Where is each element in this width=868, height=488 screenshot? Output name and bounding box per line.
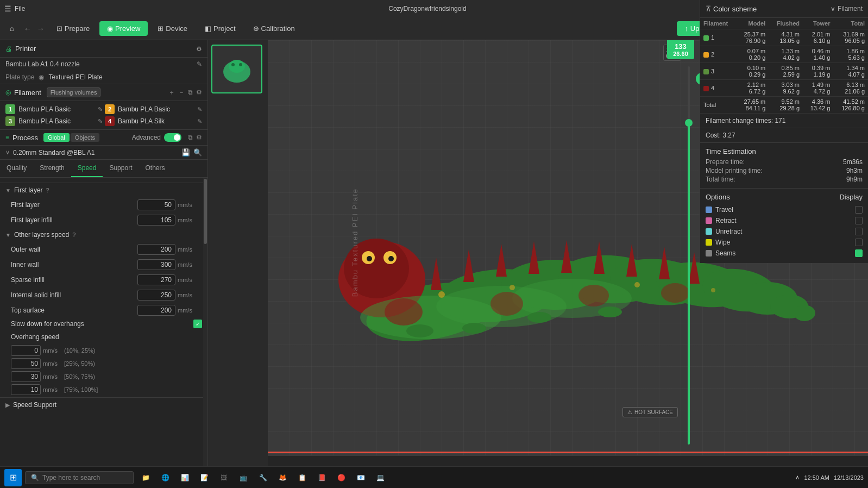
first-layer-input[interactable] — [137, 199, 175, 210]
tab-prepare[interactable]: ⊡ Prepare — [49, 21, 97, 36]
profile-search-icon[interactable]: 🔍 — [193, 148, 202, 157]
tab-calibration[interactable]: ⊕ Calibration — [246, 21, 303, 36]
top-surface-unit: mm/s — [178, 307, 202, 314]
cs-flushed-3: 0.85 m 2.59 g — [769, 63, 803, 80]
nav-history: ← → — [22, 23, 47, 34]
option-retract: Retract — [706, 215, 863, 226]
overhang-speed-row-2: mm/s [50%, 75%) — [11, 370, 202, 383]
process-copy-icon[interactable]: ⧉ — [188, 134, 193, 141]
overhang-speeds: mm/s (10%, 25%) mm/s [25%, 50%) mm/s [50… — [0, 343, 207, 397]
plate-value: Textured PEI Plate — [48, 73, 102, 81]
vert-slider-thumb[interactable] — [685, 119, 693, 127]
filament-change-label: Filament change times: — [706, 117, 773, 124]
sparse-infill-input[interactable] — [137, 274, 175, 285]
objects-toggle[interactable]: Objects — [71, 133, 99, 142]
overhang-input-0[interactable] — [11, 345, 41, 356]
taskbar-app-4[interactable]: 📝 — [196, 469, 213, 486]
taskbar-app-9[interactable]: 📋 — [293, 469, 311, 486]
collapse-icon[interactable]: ⊼ — [706, 4, 711, 13]
add-filament-icon[interactable]: ＋ — [168, 88, 175, 97]
outer-wall-label: Outer wall — [11, 246, 137, 253]
outer-wall-input[interactable] — [137, 244, 175, 255]
overhang-input-1[interactable] — [11, 358, 41, 369]
taskbar-app-3[interactable]: 📊 — [176, 469, 193, 486]
tab-strength[interactable]: Strength — [33, 160, 71, 177]
tab-preview[interactable]: ◉ Preview — [99, 21, 148, 36]
taskbar-app-2[interactable]: 🌐 — [156, 469, 174, 486]
taskbar-app-11[interactable]: 🔴 — [332, 469, 350, 486]
filament-name-4: Bambu PLA Silk — [118, 117, 194, 125]
tab-project[interactable]: ◧ Project — [197, 21, 243, 36]
taskbar-app-13[interactable]: 💻 — [372, 469, 389, 486]
support-section-header[interactable]: ▶ Speed Support — [0, 398, 207, 412]
filament-settings-icon[interactable]: ⚙ — [196, 89, 202, 96]
filament-edit-4[interactable]: ✎ — [197, 118, 202, 125]
model-time-row: Model printing time: 9h3m — [706, 166, 863, 175]
tab-speed[interactable]: Speed — [71, 160, 103, 177]
home-button[interactable]: ⌂ — [4, 21, 20, 36]
app-menu-icon[interactable]: ☰ — [4, 4, 11, 13]
filament-edit-2[interactable]: ✎ — [197, 106, 202, 113]
slow-down-checkbox[interactable]: ✓ — [193, 320, 202, 328]
travel-label: Travel — [715, 206, 855, 214]
seams-checkbox[interactable] — [855, 249, 863, 257]
advanced-toggle[interactable] — [164, 133, 181, 142]
tab-support[interactable]: Support — [103, 160, 139, 177]
vert-slider-track[interactable] — [688, 66, 690, 445]
cs-color-1 — [703, 35, 709, 41]
back-button[interactable]: ← — [22, 23, 34, 34]
filament-num-2: 2 — [105, 104, 115, 114]
taskbar-app-1[interactable]: 📁 — [137, 469, 154, 486]
other-layers-help-icon[interactable]: ? — [72, 232, 76, 238]
profile-save-icon[interactable]: 💾 — [181, 148, 190, 157]
taskbar-app-5[interactable]: 🖼 — [215, 469, 232, 486]
search-bar[interactable]: 🔍 Type here to search — [25, 471, 134, 484]
filament-edit-1[interactable]: ✎ — [98, 106, 103, 113]
retract-checkbox[interactable] — [855, 217, 863, 224]
global-toggle[interactable]: Global — [43, 133, 70, 142]
printer-edit-icon[interactable]: ✎ — [197, 60, 202, 68]
taskbar-app-6[interactable]: 📺 — [235, 469, 252, 486]
thumbnail-1[interactable] — [211, 45, 262, 93]
process-settings-icon[interactable]: ⚙ — [196, 134, 202, 141]
top-surface-input[interactable] — [137, 305, 175, 316]
taskbar-app-12[interactable]: 📧 — [352, 469, 369, 486]
tab-others[interactable]: Others — [139, 160, 171, 177]
overhang-input-2[interactable] — [11, 371, 41, 382]
first-layer-section-header[interactable]: ▼ First layer ? — [0, 183, 207, 197]
prepare-value: 5m36s — [843, 158, 863, 166]
filament-copy-icon[interactable]: ⧉ — [188, 89, 193, 96]
tab-device[interactable]: ⊞ Device — [150, 21, 195, 36]
vert-slider-fill — [688, 123, 690, 445]
unretract-checkbox[interactable] — [855, 228, 863, 235]
support-section: ▶ Speed Support — [0, 397, 207, 412]
preview-icon: ◉ — [107, 24, 113, 33]
printer-icon: 🖨 — [5, 45, 12, 53]
remove-filament-icon[interactable]: － — [178, 88, 185, 97]
flushing-volumes-button[interactable]: Flushing volumes — [47, 87, 101, 97]
printer-settings-icon[interactable]: ⚙ — [196, 45, 202, 53]
inner-wall-input[interactable] — [137, 259, 175, 270]
taskbar-app-7[interactable]: 🔧 — [254, 469, 272, 486]
taskbar-app-8[interactable]: 🦊 — [274, 469, 291, 486]
taskbar-app-10[interactable]: 📕 — [313, 469, 330, 486]
first-layer-infill-input[interactable] — [137, 215, 175, 226]
taskbar-expand-icon[interactable]: ∧ — [795, 474, 800, 481]
forward-button[interactable]: → — [35, 23, 47, 34]
other-layers-section-header[interactable]: ▼ Other layers speed ? — [0, 228, 207, 242]
filament-selector[interactable]: ∨ Filament — [831, 5, 863, 12]
wipe-checkbox[interactable] — [855, 239, 863, 246]
filament-edit-3[interactable]: ✎ — [98, 118, 103, 125]
progress-bar — [268, 452, 868, 453]
tab-quality[interactable]: Quality — [0, 160, 33, 177]
cs-tower-4: 1.49 m 4.72 g — [803, 80, 833, 97]
options-title: Options — [706, 193, 730, 201]
file-label[interactable]: File — [15, 5, 25, 12]
scroll-thumb[interactable] — [204, 179, 207, 244]
filament-item-1: 1 Bambu PLA Basic ✎ — [5, 104, 103, 114]
first-layer-help-icon[interactable]: ? — [46, 187, 49, 193]
overhang-input-3[interactable] — [11, 384, 41, 395]
travel-checkbox[interactable] — [855, 206, 863, 214]
internal-solid-input[interactable] — [137, 290, 175, 301]
start-button[interactable]: ⊞ — [4, 469, 22, 486]
